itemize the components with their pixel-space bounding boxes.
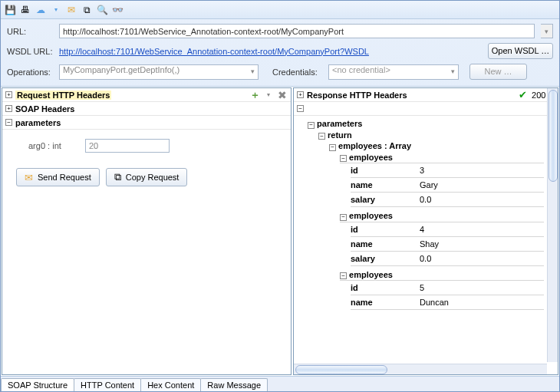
employee-node: employees: [349, 270, 393, 279]
value-salary: 0.0: [420, 195, 431, 204]
status-ok-icon: ✔: [519, 89, 527, 100]
save-icon[interactable]: 💾: [4, 4, 16, 16]
field-id: id: [351, 225, 412, 234]
collapse-root-icon[interactable]: −: [297, 105, 304, 112]
toolbar: 💾 🖶 ☁ ▾ ✉ ⧉ 🔍 👓: [1, 1, 559, 19]
parameters-body: arg0 : int ✉Send Request ⧉Copy Request: [2, 130, 291, 193]
copy-icon[interactable]: ⧉: [81, 4, 93, 16]
expand-soap-headers-icon[interactable]: +: [5, 105, 12, 112]
collapse-employee-icon[interactable]: −: [340, 214, 347, 221]
credentials-label: Credentials:: [272, 68, 322, 77]
copy-icon: ⧉: [114, 171, 121, 183]
field-id: id: [351, 166, 412, 175]
value-id: 3: [420, 166, 424, 175]
field-name: name: [351, 180, 412, 189]
wsdl-label: WSDL URL:: [7, 47, 53, 56]
tab-raw-message[interactable]: Raw Message: [200, 378, 268, 391]
value-id: 4: [420, 225, 424, 234]
vertical-scrollbar[interactable]: [547, 88, 558, 362]
url-input[interactable]: [59, 24, 535, 38]
main-split: + Request HTTP Headers ＋ ▾ ✖ + SOAP Head…: [1, 86, 559, 376]
expand-request-headers-icon[interactable]: +: [5, 91, 12, 98]
operations-select[interactable]: MyCompanyPort.getDeptInfo(,): [59, 64, 259, 80]
send-request-button[interactable]: ✉Send Request: [16, 168, 100, 186]
soap-headers-title: SOAP Headers: [15, 104, 74, 114]
mail-icon: ✉: [25, 172, 33, 183]
collapse-parameters-icon[interactable]: −: [5, 119, 12, 126]
url-form: URL: ▾ WSDL URL: http://localhost:7101/W…: [1, 19, 559, 64]
param-input[interactable]: [85, 139, 170, 153]
request-headers-title: Request HTTP Headers: [15, 91, 111, 100]
search-icon[interactable]: 🔍: [96, 4, 108, 16]
response-headers-title: Response HTTP Headers: [307, 91, 407, 100]
tab-soap-structure[interactable]: SOAP Structure: [1, 378, 74, 391]
value-name: Gary: [420, 180, 438, 189]
bottom-tabs: SOAP Structure HTTP Content Hex Content …: [1, 376, 559, 391]
open-wsdl-button[interactable]: Open WSDL …: [488, 43, 553, 59]
collapse-array-icon[interactable]: −: [329, 144, 336, 151]
scroll-thumb[interactable]: [548, 90, 558, 182]
app-window: 💾 🖶 ☁ ▾ ✉ ⧉ 🔍 👓 URL: ▾ WSDL URL: http://…: [0, 0, 560, 392]
employee-node: employees: [349, 211, 393, 220]
url-dropdown[interactable]: ▾: [541, 24, 553, 38]
tab-http-content[interactable]: HTTP Content: [74, 378, 141, 391]
value-salary: 0.0: [420, 254, 431, 263]
field-id: id: [351, 283, 412, 292]
response-pane: + Response HTTP Headers ✔ 200 O − − para…: [293, 87, 558, 375]
dropdown-icon[interactable]: ▾: [50, 4, 62, 16]
cloud-icon[interactable]: ☁: [35, 4, 47, 16]
wsdl-link[interactable]: http://localhost:7101/WebService_Annotat…: [59, 47, 477, 56]
collapse-employee-icon[interactable]: −: [340, 272, 347, 279]
request-pane: + Request HTTP Headers ＋ ▾ ✖ + SOAP Head…: [2, 87, 292, 375]
new-credential-button[interactable]: New …: [469, 64, 527, 80]
delete-icon[interactable]: ✖: [277, 90, 288, 100]
parameters-title: parameters: [15, 118, 61, 127]
collapse-employee-icon[interactable]: −: [340, 155, 347, 162]
tab-hex-content[interactable]: Hex Content: [140, 378, 201, 391]
field-name: name: [351, 298, 412, 307]
value-name: Shay: [420, 239, 439, 249]
dropdown-small-icon[interactable]: ▾: [263, 90, 274, 100]
param-label: arg0 : int: [28, 141, 74, 150]
field-name: name: [351, 239, 412, 249]
employee-node: employees: [349, 153, 393, 162]
horizontal-scrollbar[interactable]: [294, 364, 547, 374]
hscroll-thumb[interactable]: [295, 365, 387, 374]
mail-icon[interactable]: ✉: [65, 4, 77, 16]
field-salary: salary: [351, 195, 412, 204]
collapse-return-icon[interactable]: −: [318, 133, 325, 140]
binoculars-icon[interactable]: 👓: [111, 4, 124, 16]
url-label: URL:: [7, 27, 53, 36]
operations-row: Operations: MyCompanyPort.getDeptInfo(,)…: [1, 64, 559, 86]
collapse-params-icon[interactable]: −: [308, 122, 315, 129]
field-salary: salary: [351, 254, 412, 263]
print-icon[interactable]: 🖶: [19, 4, 31, 16]
value-id: 5: [420, 283, 424, 292]
add-icon[interactable]: ＋: [249, 90, 260, 100]
copy-request-button[interactable]: ⧉Copy Request: [106, 168, 188, 186]
value-name: Duncan: [420, 298, 449, 307]
credentials-select[interactable]: <no credential>: [328, 64, 459, 80]
operations-label: Operations:: [7, 68, 53, 77]
expand-response-headers-icon[interactable]: +: [297, 91, 304, 98]
response-tree: − parameters − return − employees : Arra…: [294, 116, 547, 364]
